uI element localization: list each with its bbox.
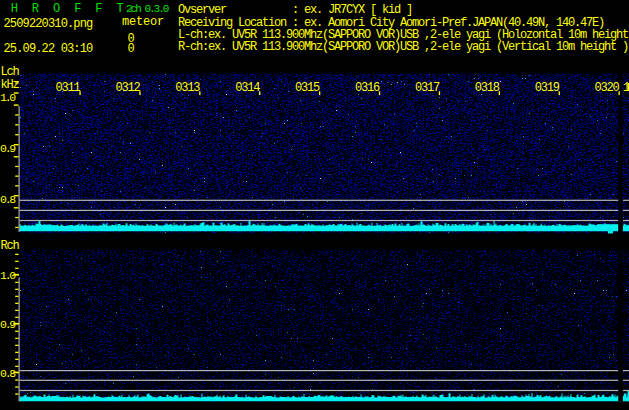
svg-text:H R O F F T: H R O F F T: [11, 2, 124, 16]
svg-text:meteor: meteor: [122, 15, 164, 29]
svg-text:2509220310.png: 2509220310.png: [4, 17, 94, 31]
svg-text:0315: 0315: [295, 81, 320, 95]
svg-text:0318: 0318: [475, 81, 500, 95]
svg-text:0312: 0312: [115, 81, 140, 95]
svg-text:kHz: kHz: [1, 78, 20, 92]
svg-text:Ovserver : ex. JR7CY: Ovserver : ex. JR7CYX [ kid ]: [178, 3, 412, 17]
svg-text:0319: 0319: [535, 81, 560, 95]
svg-text:0314: 0314: [235, 81, 260, 95]
svg-text:0316: 0316: [355, 81, 380, 95]
svg-text:0317: 0317: [415, 81, 440, 95]
svg-text:0: 0: [128, 42, 135, 56]
svg-text:0313: 0313: [175, 81, 200, 95]
svg-text:0320: 0320: [595, 81, 620, 95]
svg-text:0311: 0311: [55, 81, 80, 95]
svg-text:R-ch:ex. UV5R 113.900Mhz(SAPPO: R-ch:ex. UV5R 113.900Mhz(SAPPORO VOR)USB…: [178, 40, 628, 54]
svg-text:Lch: Lch: [1, 65, 20, 79]
svg-text:2ch 0.3.0: 2ch 0.3.0: [126, 3, 169, 15]
svg-text:Rch: Rch: [1, 239, 20, 253]
svg-text:25.09.22 03:10: 25.09.22 03:10: [4, 42, 94, 56]
